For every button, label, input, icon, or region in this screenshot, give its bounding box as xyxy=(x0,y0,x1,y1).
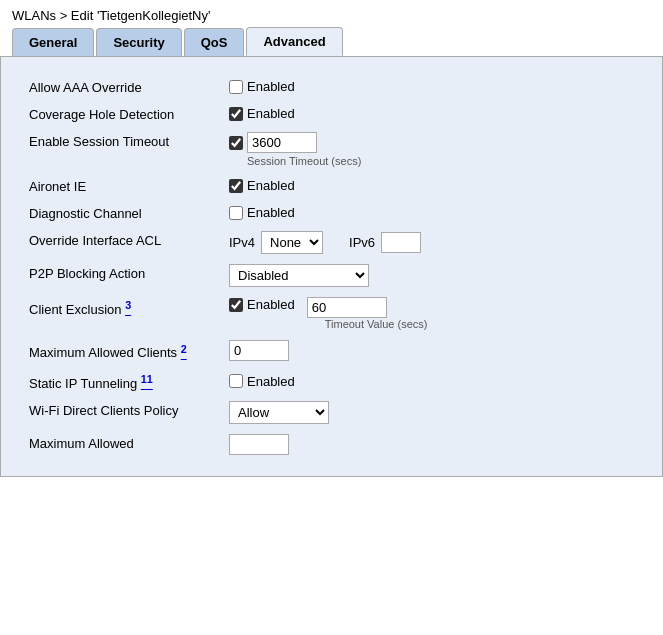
content-panel: Allow AAA Override Enabled Coverage Hole… xyxy=(0,56,663,477)
coverage-hole-control: Enabled xyxy=(229,106,634,121)
wifi-direct-control: Allow Deny Disabled xyxy=(229,401,634,424)
coverage-hole-text: Enabled xyxy=(247,106,295,121)
session-timeout-row: Enable Session Timeout Session Timeout (… xyxy=(21,127,642,172)
wifi-direct-row: Wi-Fi Direct Clients Policy Allow Deny D… xyxy=(21,396,642,429)
max-clients-footnote-link[interactable]: 2 xyxy=(181,346,187,361)
client-exclusion-timeout-input[interactable] xyxy=(307,297,387,318)
tab-qos[interactable]: QoS xyxy=(184,28,245,56)
ipv6-label: IPv6 xyxy=(349,235,375,250)
static-ip-tunneling-control: Enabled xyxy=(229,374,634,389)
allow-aaa-override-label: Allow AAA Override xyxy=(21,73,221,100)
coverage-hole-label: Coverage Hole Detection xyxy=(21,100,221,127)
session-timeout-checkbox[interactable] xyxy=(229,136,243,150)
diagnostic-channel-label: Diagnostic Channel xyxy=(21,199,221,226)
coverage-hole-checkbox[interactable] xyxy=(229,107,243,121)
ipv6-input[interactable] xyxy=(381,232,421,253)
client-exclusion-label: Client Exclusion 3 xyxy=(21,292,221,335)
allow-aaa-override-control: Enabled xyxy=(229,79,634,94)
static-ip-tunneling-row: Static IP Tunneling 11 Enabled xyxy=(21,366,642,396)
tab-advanced[interactable]: Advanced xyxy=(246,27,342,56)
aironet-ie-row: Aironet IE Enabled xyxy=(21,172,642,199)
session-timeout-hint: Session Timeout (secs) xyxy=(247,155,634,167)
max-clients-label: Maximum Allowed Clients 2 xyxy=(21,335,221,366)
diagnostic-channel-checkbox[interactable] xyxy=(229,206,243,220)
p2p-blocking-label: P2P Blocking Action xyxy=(21,259,221,292)
tabs-bar: General Security QoS Advanced xyxy=(0,27,663,56)
client-exclusion-row: Client Exclusion 3 Enabled Timeout Value… xyxy=(21,292,642,335)
max-allowed-bottom-input[interactable] xyxy=(229,434,289,455)
breadcrumb: WLANs > Edit 'TietgenKollegietNy' xyxy=(0,0,663,27)
allow-aaa-override-text: Enabled xyxy=(247,79,295,94)
allow-aaa-override-row: Allow AAA Override Enabled xyxy=(21,73,642,100)
aironet-ie-control: Enabled xyxy=(229,178,634,193)
settings-table: Allow AAA Override Enabled Coverage Hole… xyxy=(21,73,642,460)
aironet-ie-label: Aironet IE xyxy=(21,172,221,199)
static-ip-tunneling-text: Enabled xyxy=(247,374,295,389)
wifi-direct-label: Wi-Fi Direct Clients Policy xyxy=(21,396,221,429)
client-exclusion-hint: Timeout Value (secs) xyxy=(325,318,428,330)
override-interface-acl-label: Override Interface ACL xyxy=(21,226,221,259)
client-exclusion-footnote-link[interactable]: 3 xyxy=(125,302,131,317)
session-timeout-group: Session Timeout (secs) xyxy=(229,132,634,167)
static-ip-tunneling-label: Static IP Tunneling 11 xyxy=(21,366,221,396)
max-clients-row: Maximum Allowed Clients 2 xyxy=(21,335,642,366)
static-ip-tunneling-checkbox[interactable] xyxy=(229,374,243,388)
client-exclusion-control: Enabled Timeout Value (secs) xyxy=(229,297,634,330)
max-allowed-bottom-row: Maximum Allowed xyxy=(21,429,642,460)
coverage-hole-row: Coverage Hole Detection Enabled xyxy=(21,100,642,127)
override-acl-control: IPv4 None IPv6 xyxy=(229,231,634,254)
override-interface-acl-row: Override Interface ACL IPv4 None IPv6 xyxy=(21,226,642,259)
p2p-blocking-row: P2P Blocking Action Disabled Drop Forwar… xyxy=(21,259,642,292)
static-ip-tunneling-footnote-link[interactable]: 11 xyxy=(141,376,153,391)
tab-general[interactable]: General xyxy=(12,28,94,56)
ipv4-label: IPv4 xyxy=(229,235,255,250)
max-clients-input[interactable] xyxy=(229,340,289,361)
client-exclusion-text: Enabled xyxy=(247,297,295,312)
aironet-ie-checkbox[interactable] xyxy=(229,179,243,193)
session-timeout-input[interactable] xyxy=(247,132,317,153)
diagnostic-channel-row: Diagnostic Channel Enabled xyxy=(21,199,642,226)
p2p-blocking-select[interactable]: Disabled Drop Forward-UpStream xyxy=(229,264,369,287)
allow-aaa-override-checkbox[interactable] xyxy=(229,80,243,94)
diagnostic-channel-control: Enabled xyxy=(229,205,634,220)
max-allowed-bottom-label: Maximum Allowed xyxy=(21,429,221,460)
client-exclusion-checkbox[interactable] xyxy=(229,298,243,312)
tab-security[interactable]: Security xyxy=(96,28,181,56)
session-timeout-label: Enable Session Timeout xyxy=(21,127,221,172)
diagnostic-channel-text: Enabled xyxy=(247,205,295,220)
ipv4-select[interactable]: None xyxy=(261,231,323,254)
wifi-direct-select[interactable]: Allow Deny Disabled xyxy=(229,401,329,424)
aironet-ie-text: Enabled xyxy=(247,178,295,193)
